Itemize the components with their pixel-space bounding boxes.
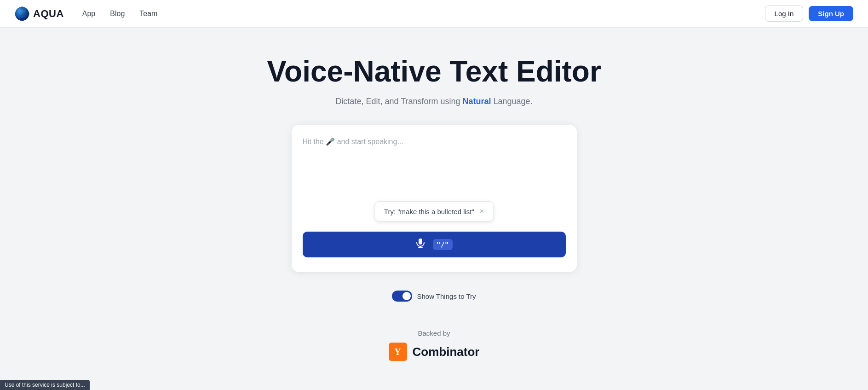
svg-rect-5 xyxy=(419,239,422,244)
toggle-section: Show Things to Try xyxy=(392,291,476,302)
logo-text: AQUA xyxy=(33,8,64,20)
login-button[interactable]: Log In xyxy=(765,6,804,22)
microphone-icon xyxy=(415,238,425,251)
tooltip-bubble: Try: "make this a bulleted list" × xyxy=(374,201,494,221)
slash-command-badge: "/" xyxy=(433,239,453,250)
backed-by-section: Backed by Y Combinator xyxy=(389,329,480,361)
yc-logo-icon: Y xyxy=(389,343,407,361)
editor-card: Try: "make this a bulleted list" × "/" xyxy=(292,125,577,272)
nav-app[interactable]: App xyxy=(82,10,95,18)
tooltip-close-button[interactable]: × xyxy=(480,207,484,215)
svg-point-3 xyxy=(15,7,29,21)
hero-subtitle: Dictate, Edit, and Transform using Natur… xyxy=(335,97,532,106)
main-nav: App Blog Team xyxy=(82,10,765,18)
subtitle-before: Dictate, Edit, and Transform using xyxy=(335,97,462,106)
hero-title: Voice-Native Text Editor xyxy=(267,55,601,87)
yc-name: Combinator xyxy=(413,345,480,359)
tooltip-text: Try: "make this a bulleted list" xyxy=(384,208,474,215)
subtitle-highlight: Natural xyxy=(463,97,491,106)
header: AQUA App Blog Team Log In Sign Up xyxy=(0,0,868,28)
svg-point-4 xyxy=(18,9,22,15)
main-content: Voice-Native Text Editor Dictate, Edit, … xyxy=(0,28,868,379)
signup-button[interactable]: Sign Up xyxy=(809,6,853,21)
subtitle-after: Language. xyxy=(491,97,533,106)
yc-container: Y Combinator xyxy=(389,343,480,361)
header-actions: Log In Sign Up xyxy=(765,6,853,22)
aqua-logo-icon xyxy=(15,6,29,21)
mic-button-bar[interactable]: "/" xyxy=(303,232,566,257)
show-things-toggle[interactable] xyxy=(392,291,412,302)
nav-team[interactable]: Team xyxy=(139,10,157,18)
backed-by-label: Backed by xyxy=(418,329,450,337)
nav-blog[interactable]: Blog xyxy=(110,10,125,18)
toggle-label: Show Things to Try xyxy=(417,292,476,300)
bottom-hint-bar: Use of this service is subject to... xyxy=(0,380,90,390)
logo[interactable]: AQUA xyxy=(15,6,64,21)
